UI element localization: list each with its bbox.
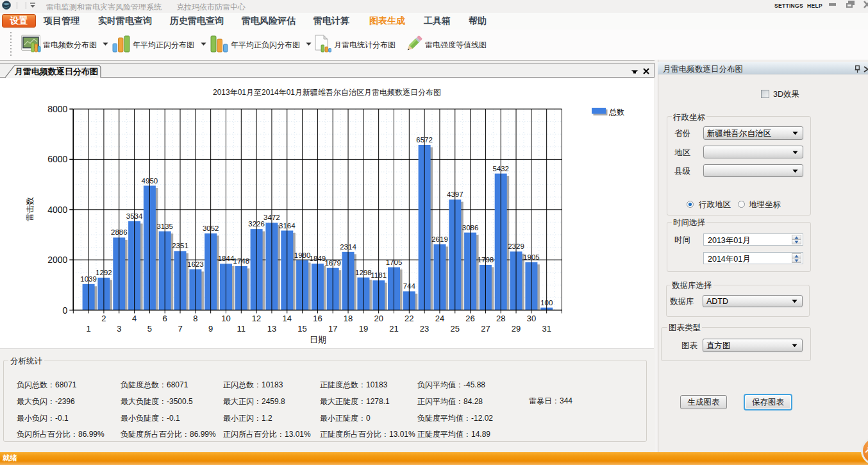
svg-text:22: 22 — [405, 314, 413, 323]
svg-text:总数: 总数 — [608, 108, 624, 117]
svg-text:8000: 8000 — [47, 104, 67, 114]
svg-text:15: 15 — [297, 324, 306, 334]
svg-text:26: 26 — [465, 314, 474, 323]
svg-text:4397: 4397 — [447, 190, 463, 198]
svg-text:9: 9 — [208, 324, 213, 334]
svg-text:12: 12 — [252, 314, 261, 323]
svg-text:11: 11 — [237, 324, 246, 334]
svg-text:18: 18 — [344, 314, 353, 323]
svg-text:2351: 2351 — [172, 242, 188, 249]
svg-text:4950: 4950 — [142, 177, 158, 185]
svg-text:8: 8 — [193, 314, 197, 323]
svg-text:31: 31 — [542, 324, 551, 334]
svg-text:2: 2 — [101, 314, 106, 323]
svg-text:23: 23 — [420, 324, 429, 334]
svg-text:1181: 1181 — [371, 271, 387, 279]
svg-text:1798: 1798 — [478, 256, 494, 264]
svg-text:24: 24 — [435, 314, 444, 323]
svg-text:13: 13 — [267, 324, 276, 334]
svg-text:6000: 6000 — [47, 154, 67, 164]
svg-text:25: 25 — [451, 324, 460, 334]
svg-text:2619: 2619 — [431, 235, 448, 243]
svg-text:744: 744 — [403, 282, 416, 290]
svg-text:1292: 1292 — [96, 269, 112, 276]
svg-text:1748: 1748 — [233, 257, 250, 265]
svg-text:5: 5 — [147, 324, 152, 334]
svg-text:3226: 3226 — [248, 220, 265, 228]
svg-text:2329: 2329 — [508, 242, 524, 250]
svg-text:29: 29 — [512, 324, 521, 334]
svg-text:3086: 3086 — [462, 224, 479, 232]
svg-text:1: 1 — [86, 324, 90, 334]
svg-text:3: 3 — [117, 324, 121, 334]
svg-text:5432: 5432 — [492, 165, 509, 173]
svg-text:1623: 1623 — [187, 260, 204, 268]
svg-text:3135: 3135 — [156, 223, 173, 230]
svg-text:10: 10 — [221, 314, 230, 323]
svg-text:1905: 1905 — [523, 253, 540, 261]
svg-text:3164: 3164 — [279, 222, 296, 230]
svg-text:4: 4 — [132, 314, 137, 323]
svg-text:7: 7 — [178, 324, 182, 334]
svg-text:1298: 1298 — [355, 269, 372, 276]
svg-text:2314: 2314 — [340, 243, 356, 251]
svg-text:21: 21 — [389, 324, 398, 334]
svg-text:2886: 2886 — [111, 228, 128, 236]
svg-text:19: 19 — [359, 324, 368, 334]
svg-text:14: 14 — [283, 314, 292, 323]
svg-text:1679: 1679 — [324, 259, 341, 267]
svg-text:27: 27 — [481, 324, 490, 334]
svg-text:16: 16 — [313, 314, 322, 323]
svg-text:雷击数: 雷击数 — [26, 197, 35, 221]
svg-text:0: 0 — [63, 305, 68, 316]
svg-text:日期: 日期 — [310, 335, 326, 344]
svg-text:20: 20 — [374, 314, 383, 323]
svg-text:1705: 1705 — [386, 258, 403, 266]
svg-text:6: 6 — [163, 314, 167, 323]
svg-text:1980: 1980 — [294, 251, 311, 259]
svg-text:3052: 3052 — [203, 224, 219, 232]
svg-text:1844: 1844 — [218, 255, 235, 262]
svg-text:3472: 3472 — [263, 214, 280, 221]
svg-text:4000: 4000 — [47, 205, 67, 215]
svg-text:2013年01月至2014年01月新疆维吾尔自治区月雷电频数: 2013年01月至2014年01月新疆维吾尔自治区月雷电频数逐日分布图 — [213, 88, 441, 97]
svg-text:1849: 1849 — [310, 255, 326, 262]
svg-text:6572: 6572 — [416, 136, 433, 144]
svg-text:2000: 2000 — [47, 255, 67, 265]
svg-text:17: 17 — [328, 324, 337, 334]
svg-text:100: 100 — [540, 299, 553, 307]
svg-text:3534: 3534 — [126, 212, 143, 220]
svg-text:30: 30 — [527, 314, 536, 323]
svg-text:28: 28 — [496, 314, 505, 323]
svg-text:1039: 1039 — [80, 275, 97, 283]
